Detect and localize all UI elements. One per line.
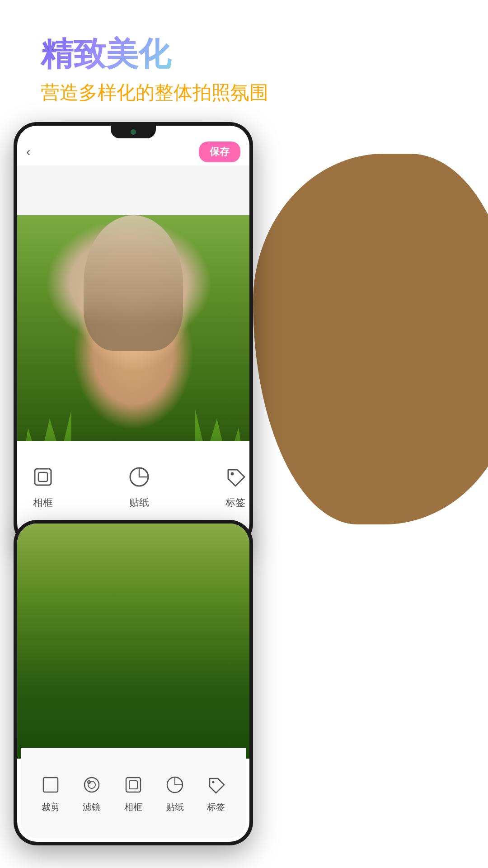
sticker2-label: 贴纸 <box>166 801 184 813</box>
filter2-icon <box>80 773 103 797</box>
svg-rect-10 <box>126 778 141 792</box>
page-title: 精致美化 <box>41 36 268 72</box>
app-header: ‹ 保存 <box>17 138 249 165</box>
toolbar-item-tag[interactable]: 标签 <box>222 463 249 509</box>
tag2-label: 标签 <box>207 801 225 813</box>
svg-point-5 <box>231 472 234 476</box>
phone-side-button <box>253 249 253 276</box>
caption-area <box>17 165 249 215</box>
toolbar2-item-sticker[interactable]: 贴纸 <box>163 773 187 813</box>
filter-label: 滤镜 <box>83 801 101 813</box>
svg-point-8 <box>88 781 95 788</box>
photo-2-area <box>17 524 249 759</box>
photo-area: 镜 相框 <box>17 215 249 523</box>
sticker-label: 贴纸 <box>129 496 149 509</box>
tag-label: 标签 <box>225 496 245 509</box>
frame2-label: 相框 <box>124 801 142 813</box>
toolbar2-item-crop[interactable]: 裁剪 <box>39 773 62 813</box>
phone-1-container: ‹ 保存 <box>14 122 253 547</box>
svg-rect-6 <box>43 778 58 792</box>
crop-label: 裁剪 <box>42 801 60 813</box>
page-subtitle: 营造多样化的整体拍照氛围 <box>41 80 268 105</box>
toolbar2-item-frame[interactable]: 相框 <box>122 773 145 813</box>
tag2-icon <box>204 773 228 797</box>
svg-point-13 <box>212 781 215 783</box>
header-section: 精致美化 营造多样化的整体拍照氛围 <box>41 36 268 105</box>
toolbar2-item-tag[interactable]: 标签 <box>204 773 228 813</box>
phone-2-screen: 裁剪 滤镜 <box>17 524 249 842</box>
svg-point-7 <box>84 778 99 792</box>
toolbar-item-sticker[interactable]: 贴纸 <box>126 463 153 509</box>
phone-2-container: 裁剪 滤镜 <box>14 520 253 845</box>
toolbar2-item-filter[interactable]: 滤镜 <box>80 773 103 813</box>
crop-icon <box>39 773 62 797</box>
sticker-icon <box>126 463 153 491</box>
toolbar-item-frame[interactable]: 相框 <box>29 463 56 509</box>
hair-overlay <box>84 215 183 351</box>
back-button[interactable]: ‹ <box>26 145 30 159</box>
phone-1-frame: ‹ 保存 <box>14 122 253 547</box>
phone-1-screen: ‹ 保存 <box>17 126 249 543</box>
phone-2-frame: 裁剪 滤镜 <box>14 520 253 845</box>
phone-notch <box>111 126 156 138</box>
sticker2-icon <box>163 773 187 797</box>
decorative-blob <box>253 154 488 524</box>
svg-rect-3 <box>38 472 47 481</box>
toolbar-popup: 镜 相框 <box>17 441 249 523</box>
phone-camera <box>131 129 136 135</box>
frame2-icon <box>122 773 145 797</box>
phone-2-toolbar: 裁剪 滤镜 <box>21 748 246 838</box>
save-button[interactable]: 保存 <box>199 142 240 162</box>
tag-icon <box>222 463 249 491</box>
svg-rect-11 <box>129 781 137 789</box>
svg-rect-2 <box>35 469 51 485</box>
frame-icon <box>29 463 56 491</box>
frame-label: 相框 <box>33 496 53 509</box>
